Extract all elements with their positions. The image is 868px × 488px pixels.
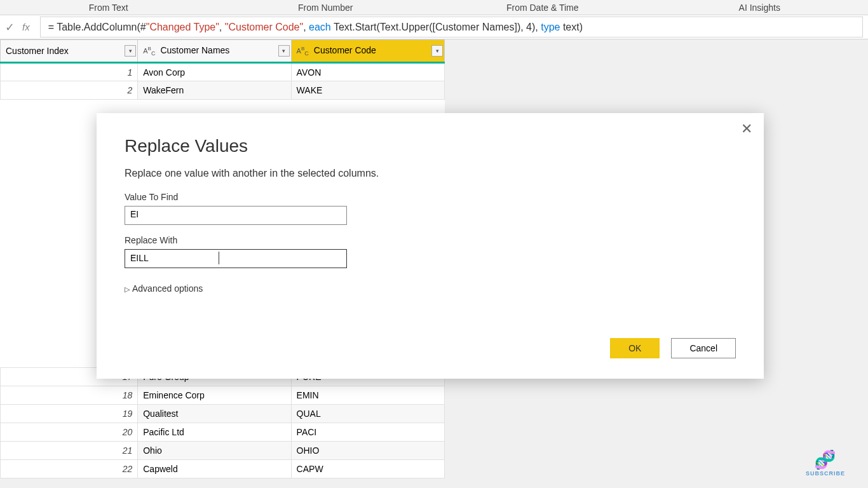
table-row[interactable]: 22CapweldCAPW bbox=[1, 460, 445, 478]
cell-name: Qualitest bbox=[138, 405, 291, 423]
ok-button[interactable]: OK bbox=[610, 338, 660, 358]
value-to-find-input[interactable]: EI bbox=[125, 206, 347, 225]
cell-index: 1 bbox=[1, 63, 138, 81]
cell-name: Ohio bbox=[138, 442, 291, 460]
column-header-customer-code[interactable]: ABC Customer Code ▾ bbox=[291, 40, 444, 63]
formula-bar: ✓ fx = Table.AddColumn(#"Changed Type", … bbox=[0, 15, 868, 39]
formula-input[interactable]: = Table.AddColumn(#"Changed Type", "Cust… bbox=[40, 17, 863, 37]
cell-name: WakeFern bbox=[138, 81, 291, 100]
cell-index: 22 bbox=[1, 460, 138, 478]
cell-code: PACI bbox=[291, 423, 444, 442]
advanced-options-toggle[interactable]: ▷Advanced options bbox=[125, 283, 736, 294]
cell-code: AVON bbox=[291, 63, 444, 81]
input-value: EILL bbox=[130, 253, 149, 263]
ribbon-tab-from-number[interactable]: From Number bbox=[217, 1, 435, 14]
cell-code: WAKE bbox=[291, 81, 444, 100]
replace-values-dialog: ✕ Replace Values Replace one value with … bbox=[97, 113, 764, 379]
dna-icon: 🧬 bbox=[806, 449, 845, 470]
cell-index: 19 bbox=[1, 405, 138, 423]
replace-with-label: Replace With bbox=[125, 235, 736, 245]
table-row[interactable]: 1Avon CorpAVON bbox=[1, 63, 445, 81]
cell-name: Pacific Ltd bbox=[138, 423, 291, 442]
text-type-icon: ABC bbox=[143, 47, 155, 55]
cell-code: CAPW bbox=[291, 460, 444, 478]
advanced-options-label: Advanced options bbox=[132, 283, 203, 294]
column-header-label: Customer Names bbox=[160, 45, 229, 55]
filter-dropdown-icon[interactable]: ▾ bbox=[278, 45, 290, 57]
subscribe-label: SUBSCRIBE bbox=[806, 470, 845, 477]
value-to-find-label: Value To Find bbox=[125, 192, 736, 202]
column-header-label: Customer Index bbox=[6, 46, 69, 56]
cell-index: 20 bbox=[1, 423, 138, 442]
text-cursor-icon bbox=[219, 252, 219, 264]
cell-name: Capweld bbox=[138, 460, 291, 478]
ribbon-tab-ai-insights[interactable]: AI Insights bbox=[651, 1, 869, 14]
cell-index: 21 bbox=[1, 442, 138, 460]
ribbon-tab-from-datetime[interactable]: From Date & Time bbox=[434, 1, 651, 14]
table-row[interactable]: 21OhioOHIO bbox=[1, 442, 445, 460]
subscribe-badge[interactable]: 🧬 SUBSCRIBE bbox=[806, 449, 845, 477]
dialog-title: Replace Values bbox=[125, 136, 736, 156]
filter-dropdown-icon[interactable]: ▾ bbox=[431, 45, 443, 57]
close-icon[interactable]: ✕ bbox=[741, 121, 752, 137]
check-icon[interactable]: ✓ bbox=[5, 20, 15, 34]
cell-code: EMIN bbox=[291, 386, 444, 405]
replace-with-input[interactable]: EILL bbox=[125, 249, 347, 268]
table-row[interactable]: 20Pacific LtdPACI bbox=[1, 423, 445, 442]
column-header-customer-index[interactable]: Customer Index ▾ bbox=[1, 40, 138, 63]
dialog-buttons: OK Cancel bbox=[610, 338, 736, 358]
column-header-label: Customer Code bbox=[314, 45, 376, 55]
formula-text: = Table.AddColumn(#"Changed Type", "Cust… bbox=[48, 22, 583, 32]
table-row[interactable]: 18Eminence CorpEMIN bbox=[1, 386, 445, 405]
text-type-icon: ABC bbox=[297, 47, 309, 55]
cancel-button[interactable]: Cancel bbox=[671, 338, 736, 358]
cell-name: Eminence Corp bbox=[138, 386, 291, 405]
table-row[interactable]: 2WakeFernWAKE bbox=[1, 81, 445, 100]
chevron-right-icon: ▷ bbox=[125, 285, 130, 293]
cell-code: OHIO bbox=[291, 442, 444, 460]
cell-code: QUAL bbox=[291, 405, 444, 423]
cell-name: Avon Corp bbox=[138, 63, 291, 81]
ribbon-tab-from-text[interactable]: From Text bbox=[0, 1, 217, 14]
input-value: EI bbox=[130, 209, 139, 219]
fx-icon[interactable]: fx bbox=[22, 22, 30, 32]
filter-dropdown-icon[interactable]: ▾ bbox=[125, 45, 136, 57]
ribbon-tabs: From Text From Number From Date & Time A… bbox=[0, 0, 868, 15]
column-header-customer-names[interactable]: ABC Customer Names ▾ bbox=[138, 40, 291, 63]
cell-index: 18 bbox=[1, 386, 138, 405]
cell-index: 2 bbox=[1, 81, 138, 100]
table-row[interactable]: 19QualitestQUAL bbox=[1, 405, 445, 423]
dialog-description: Replace one value with another in the se… bbox=[125, 168, 736, 179]
